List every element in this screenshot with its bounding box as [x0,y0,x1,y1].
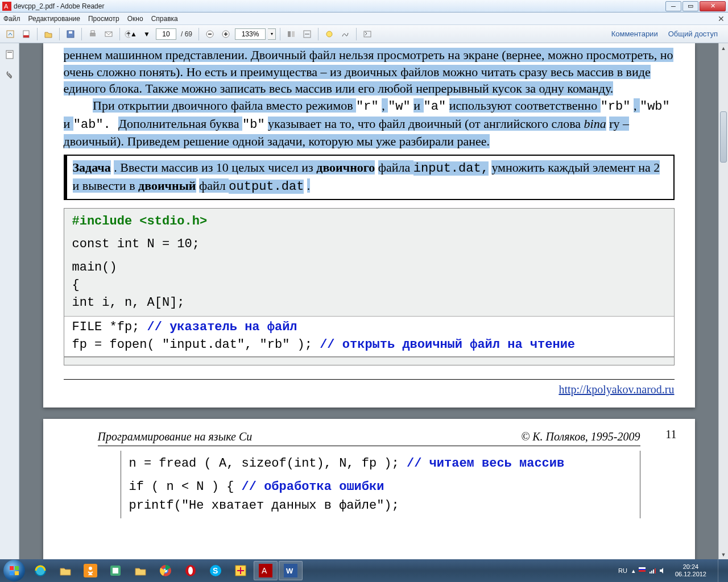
zoom-dropdown-button[interactable]: ▾ [268,28,276,40]
taskbar-odnoklassniki-icon[interactable] [78,561,102,580]
svg-rect-16 [288,31,291,37]
doc-text: input.dat, [413,161,489,176]
window-close-button[interactable]: ✕ [700,1,726,11]
menu-help[interactable]: Справка [151,15,178,23]
menu-edit[interactable]: Редактирование [28,15,80,23]
doc-text: "b" [242,118,265,132]
document-viewport[interactable]: реннем машинном представлении. Двоичный … [19,43,728,559]
doc-text: файла [378,160,413,174]
zoom-in-button[interactable] [219,27,233,41]
tray-language-indicator[interactable]: RU [618,567,627,574]
prev-page-button[interactable]: ▲ [124,27,138,41]
svg-rect-6 [69,31,72,34]
menu-file[interactable]: Файл [3,15,20,23]
scroll-up-button[interactable]: ▲ [719,43,728,53]
taskbar-app-icon[interactable] [104,561,127,580]
doc-text: файл [199,178,229,193]
print-button[interactable] [86,27,100,41]
code-line: main() [72,259,666,277]
pdf-page: 11 Программирование на языке Си © К. Пол… [43,419,695,559]
svg-rect-26 [15,571,19,575]
svg-rect-7 [90,33,96,36]
code-line: const int N = 10; [72,236,666,253]
doc-text: , [634,98,640,113]
taskbar-app2-icon[interactable] [229,561,253,580]
window-title: devcpp_2.pdf - Adobe Reader [14,2,104,10]
window-minimize-button[interactable]: ─ [665,1,681,11]
svg-rect-22 [7,52,12,53]
sign-button[interactable] [338,27,352,41]
share-panel-link[interactable]: Общий доступ [668,30,718,38]
menu-window[interactable]: Окно [127,15,143,23]
open-button[interactable] [42,27,55,41]
code-line: fp = fopen( "input.dat", "rb" ); [72,338,320,352]
next-page-button[interactable]: ▼ [140,27,154,41]
window-titlebar: A devcpp_2.pdf - Adobe Reader ─ ▭ ✕ [0,0,728,13]
code-line: FILE *fp; [72,320,147,334]
code-comment: // обработка ошибки [242,480,384,494]
footer-link[interactable]: http://kpolyakov.narod.ru [559,383,674,396]
scroll-thumb[interactable] [720,111,727,163]
taskbar-ie-icon[interactable] [28,561,52,580]
save-button[interactable] [64,27,77,41]
window-maximize-button[interactable]: ▭ [682,1,698,11]
code-comment: // открыть двоичный файл на чтение [320,338,575,352]
svg-rect-46 [639,569,646,570]
code-block: #include <stdio.h> const int N = 10; mai… [64,208,675,366]
thumbnails-panel-button[interactable] [3,48,16,61]
doc-text: output.dat [229,180,304,194]
read-mode-button[interactable] [361,27,374,41]
taskbar-opera-icon[interactable] [179,561,202,580]
page-footer: http://kpolyakov.narod.ru [64,379,675,396]
zoom-level-field[interactable]: 133% [235,28,266,40]
task-box: Задача . Ввести массив из 10 целых чисел… [64,155,675,199]
code-line: n = fread ( A, sizeof(int), N, fp ); [129,456,407,471]
tray-date: 06.12.2012 [675,571,706,578]
doc-header-right: © К. Поляков, 1995-2009 [521,430,640,443]
svg-rect-31 [113,568,118,573]
taskbar-explorer-icon[interactable] [53,561,77,580]
show-desktop-button[interactable] [718,559,725,582]
export-pdf-button[interactable] [3,27,17,41]
vertical-scrollbar[interactable]: ▲ ▼ [718,43,728,559]
scroll-down-button[interactable]: ▼ [719,550,728,559]
zoom-out-button[interactable] [203,27,217,41]
doc-text: "r" [356,99,379,114]
tools-button[interactable] [284,27,298,41]
tray-show-hidden-icon[interactable]: ▴ [632,567,635,575]
taskbar-skype-icon[interactable]: S [204,561,228,580]
svg-rect-45 [639,570,646,572]
doc-text: "ab". [73,118,118,132]
create-pdf-button[interactable] [19,27,33,41]
taskbar-chrome-icon[interactable] [154,561,177,580]
doc-header-left: Программирование на языке Си [98,430,253,443]
start-button[interactable] [3,560,25,581]
pdf-page: реннем машинном представлении. Двоичный … [43,43,695,408]
document-close-button[interactable]: ✕ [718,14,725,23]
menu-view[interactable]: Просмотр [88,15,119,23]
attachments-panel-button[interactable] [3,68,16,82]
svg-point-36 [188,567,193,575]
email-button[interactable] [102,27,115,41]
doc-text: "a" [424,99,446,114]
highlight-button[interactable] [322,27,336,41]
svg-rect-25 [10,571,14,575]
code-block: n = fread ( A, sizeof(int), N, fp ); // … [121,451,640,518]
doc-text: двоичного [316,160,375,174]
fit-width-button[interactable] [300,27,314,41]
taskbar-folder-icon[interactable] [129,561,152,580]
tray-time: 20:24 [675,563,706,571]
taskbar-adobe-reader-icon[interactable]: A [254,561,278,580]
svg-rect-24 [15,566,19,570]
taskbar-word-icon[interactable]: W [279,561,303,580]
tray-network-icon[interactable] [649,567,656,574]
code-comment: // указатель на файл [147,320,297,334]
comments-panel-link[interactable]: Комментарии [611,30,658,38]
tray-volume-icon[interactable] [659,567,666,574]
tray-clock[interactable]: 20:24 06.12.2012 [671,563,711,578]
svg-rect-8 [91,31,94,33]
tray-flag-icon[interactable] [639,567,646,574]
page-number-input[interactable] [156,28,176,40]
code-line: { [72,277,666,294]
doc-text: указывает на то, что файл двоичный (от а… [268,117,584,131]
